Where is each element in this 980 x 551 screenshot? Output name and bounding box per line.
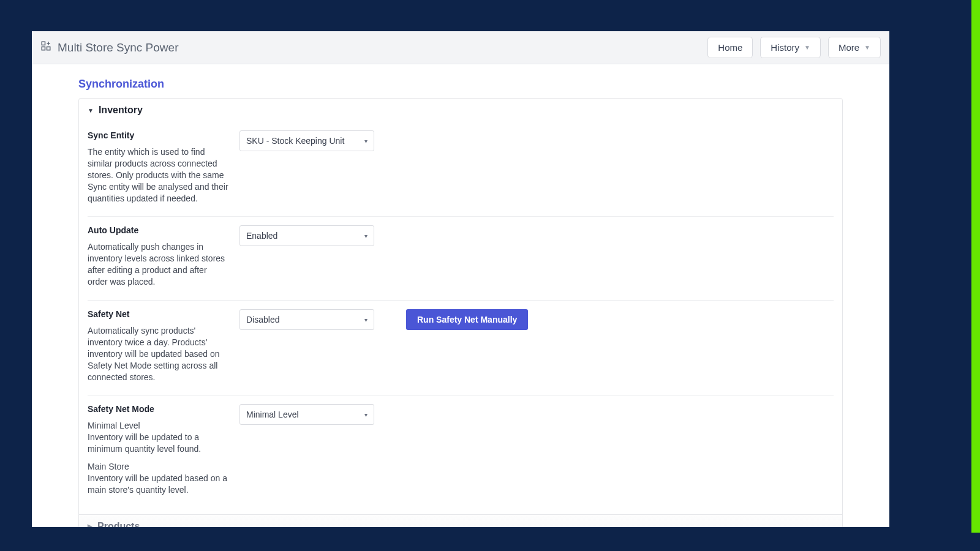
safety-net-extra: Run Safety Net Manually bbox=[391, 309, 528, 330]
home-button-label: Home bbox=[718, 42, 742, 53]
page-title: Synchronization bbox=[32, 73, 889, 98]
safety-net-mode-select[interactable]: Minimal Level ▾ bbox=[239, 404, 374, 425]
svg-rect-1 bbox=[42, 47, 45, 50]
row-sync-entity: Sync Entity The entity which is used to … bbox=[88, 122, 834, 216]
caret-down-icon: ▼ bbox=[88, 107, 94, 114]
run-safety-net-label: Run Safety Net Manually bbox=[417, 315, 517, 324]
safety-net-title: Safety Net bbox=[88, 309, 228, 319]
row-safety-net-mode: Safety Net Mode Minimal Level Inventory … bbox=[88, 395, 834, 508]
row-safety-net: Safety Net Automatically sync products' … bbox=[88, 300, 834, 395]
sync-entity-labelcol: Sync Entity The entity which is used to … bbox=[88, 130, 239, 204]
svg-rect-0 bbox=[42, 42, 45, 45]
caret-right-icon: ▶ bbox=[88, 523, 92, 527]
safety-net-select[interactable]: Disabled ▾ bbox=[239, 309, 374, 330]
sync-entity-control: SKU - Stock Keeping Unit ▾ bbox=[239, 130, 391, 151]
auto-update-control: Enabled ▾ bbox=[239, 225, 391, 246]
safety-net-mode-labelcol: Safety Net Mode Minimal Level Inventory … bbox=[88, 404, 239, 495]
inventory-section: Sync Entity The entity which is used to … bbox=[79, 122, 842, 514]
chevron-down-icon: ▾ bbox=[364, 138, 368, 144]
auto-update-labelcol: Auto Update Automatically push changes i… bbox=[88, 225, 239, 288]
app-brand: Multi Store Sync Power bbox=[40, 40, 178, 54]
sync-entity-select[interactable]: SKU - Stock Keeping Unit ▾ bbox=[239, 130, 374, 151]
chevron-down-icon: ▾ bbox=[364, 317, 368, 323]
mode-block1-title: Minimal Level bbox=[88, 421, 140, 430]
more-button-label: More bbox=[839, 42, 859, 53]
mode-block2-desc: Inventory will be updated based on a mai… bbox=[88, 473, 227, 495]
safety-net-mode-block1: Minimal Level Inventory will be updated … bbox=[88, 420, 228, 455]
auto-update-value: Enabled bbox=[246, 231, 277, 241]
safety-net-desc: Automatically sync products' inventory t… bbox=[88, 325, 228, 383]
mode-block1-desc: Inventory will be updated to a minimum q… bbox=[88, 432, 201, 454]
safety-net-labelcol: Safety Net Automatically sync products' … bbox=[88, 309, 239, 383]
chevron-down-icon: ▼ bbox=[864, 44, 870, 51]
app-grid-icon bbox=[40, 40, 51, 54]
accordion-products-label: Products bbox=[97, 521, 140, 527]
app-window: Multi Store Sync Power Home History ▼ Mo… bbox=[32, 31, 889, 527]
chevron-down-icon: ▾ bbox=[364, 411, 368, 418]
app-title: Multi Store Sync Power bbox=[58, 41, 178, 54]
accordion-inventory-label: Inventory bbox=[99, 105, 143, 116]
safety-net-mode-control: Minimal Level ▾ bbox=[239, 404, 391, 425]
sync-entity-title: Sync Entity bbox=[88, 130, 228, 140]
history-button[interactable]: History ▼ bbox=[760, 37, 821, 58]
accordion-inventory[interactable]: ▼ Inventory bbox=[79, 99, 842, 122]
safety-net-mode-block2: Main Store Inventory will be updated bas… bbox=[88, 461, 228, 496]
safety-net-control: Disabled ▾ bbox=[239, 309, 391, 330]
sync-entity-value: SKU - Stock Keeping Unit bbox=[246, 136, 344, 146]
top-bar: Multi Store Sync Power Home History ▼ Mo… bbox=[32, 31, 889, 64]
safety-net-mode-value: Minimal Level bbox=[246, 410, 299, 419]
run-safety-net-button[interactable]: Run Safety Net Manually bbox=[406, 309, 528, 330]
mode-block2-title: Main Store bbox=[88, 462, 129, 471]
row-auto-update: Auto Update Automatically push changes i… bbox=[88, 216, 834, 300]
safety-net-value: Disabled bbox=[246, 315, 279, 324]
auto-update-title: Auto Update bbox=[88, 225, 228, 235]
safety-net-mode-title: Safety Net Mode bbox=[88, 404, 228, 414]
sync-entity-desc: The entity which is used to find similar… bbox=[88, 146, 228, 204]
auto-update-desc: Automatically push changes in inventory … bbox=[88, 241, 228, 288]
auto-update-select[interactable]: Enabled ▾ bbox=[239, 225, 374, 246]
home-button[interactable]: Home bbox=[707, 37, 753, 58]
accent-bar bbox=[971, 0, 980, 533]
content-area: Synchronization ▼ Inventory Sync Entity … bbox=[32, 64, 889, 527]
chevron-down-icon: ▾ bbox=[364, 233, 368, 239]
history-button-label: History bbox=[771, 42, 799, 53]
top-actions: Home History ▼ More ▼ bbox=[707, 37, 881, 58]
accordion-products[interactable]: ▶ Products bbox=[79, 514, 842, 527]
chevron-down-icon: ▼ bbox=[804, 44, 810, 51]
more-button[interactable]: More ▼ bbox=[828, 37, 881, 58]
settings-panel: ▼ Inventory Sync Entity The entity which… bbox=[78, 98, 843, 527]
svg-rect-2 bbox=[47, 47, 50, 50]
